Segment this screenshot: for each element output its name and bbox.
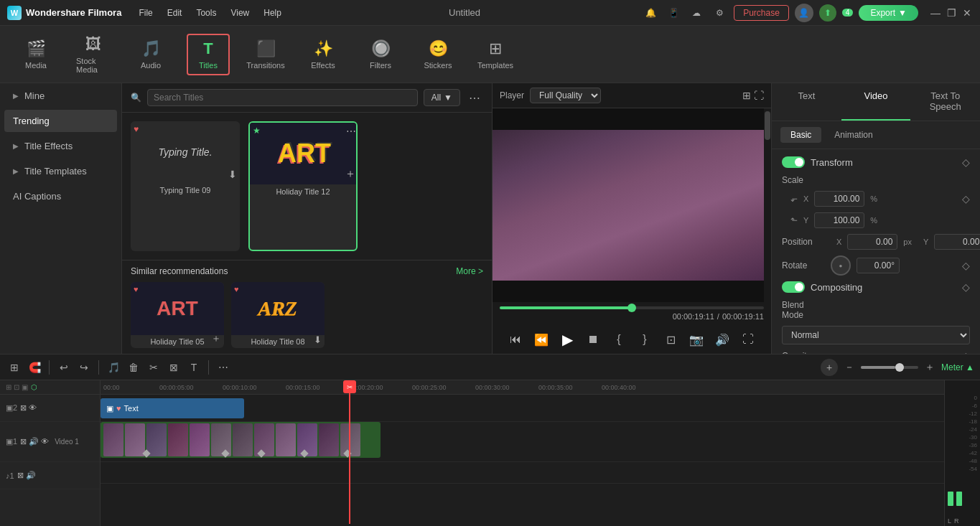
tool-audio[interactable]: 🎵 Audio xyxy=(129,35,172,74)
menu-file[interactable]: File xyxy=(133,5,158,21)
sub-tab-basic[interactable]: Basic xyxy=(780,127,821,143)
close-button[interactable]: ✕ xyxy=(961,7,973,19)
sidebar-item-title-templates[interactable]: ▶ Title Templates xyxy=(4,160,117,182)
tool-media[interactable]: 🎬 Media xyxy=(14,35,57,74)
export-button[interactable]: Export ▼ xyxy=(859,5,918,21)
audio-icon-2[interactable]: 🔊 xyxy=(26,471,36,480)
blend-mode-select[interactable]: Normal xyxy=(782,326,970,344)
transform-reset-icon[interactable]: ◇ xyxy=(962,156,970,168)
more-icon[interactable]: ⋯ xyxy=(346,126,356,137)
play-button[interactable]: ▶ xyxy=(557,329,577,349)
download-icon[interactable]: ⬇ xyxy=(228,169,237,180)
send-icon[interactable]: 🔔 xyxy=(642,4,659,22)
menu-view[interactable]: View xyxy=(225,5,255,21)
minimize-button[interactable]: — xyxy=(930,7,941,19)
rotate-input[interactable] xyxy=(857,258,900,273)
dl-icon-sm[interactable]: ⬇ xyxy=(314,334,322,345)
zoom-out-button[interactable]: － xyxy=(841,359,858,376)
tool-effects[interactable]: ✨ Effects xyxy=(302,35,345,74)
sub-tab-animation[interactable]: Animation xyxy=(824,127,882,143)
fullscreen-button[interactable]: ⛶ xyxy=(738,329,758,349)
filter-button[interactable]: All ▼ xyxy=(424,89,460,106)
similar-card-holiday-5[interactable]: ART ♥ ＋ Holiday Title 05 xyxy=(131,282,224,348)
timeline-content[interactable]: 00:00 00:00:05:00 00:00:10:00 00:00:15:0… xyxy=(101,380,944,526)
track-1-icon1[interactable]: ⊠ xyxy=(20,437,27,446)
menu-edit[interactable]: Edit xyxy=(162,5,188,21)
add-audio-button[interactable]: 🎵 xyxy=(105,359,122,376)
tool-templates[interactable]: ⊞ Templates xyxy=(474,35,517,74)
audio-button[interactable]: 🔊 xyxy=(712,329,732,349)
crop-button[interactable]: ⊠ xyxy=(165,359,182,376)
scale-y-input[interactable] xyxy=(814,212,864,228)
tab-text[interactable]: Text xyxy=(772,83,841,121)
preview-scrollbar[interactable] xyxy=(764,108,771,302)
redo-button[interactable]: ↪ xyxy=(75,359,93,376)
pos-x-input[interactable] xyxy=(847,234,897,250)
rotate-dial[interactable]: ● xyxy=(831,255,851,276)
track-2-lock[interactable]: 👁 xyxy=(29,403,37,413)
step-back-button[interactable]: ⏪ xyxy=(531,329,551,349)
add-icon-sm[interactable]: ＋ xyxy=(211,332,221,345)
more-options-button[interactable]: ⋯ xyxy=(466,91,483,105)
menu-tools[interactable]: Tools xyxy=(190,5,222,21)
scale-x-input[interactable] xyxy=(814,191,864,207)
menu-help[interactable]: Help xyxy=(258,5,287,21)
tool-stock-media[interactable]: 🖼 Stock Media xyxy=(72,31,115,78)
delete-button[interactable]: 🗑 xyxy=(125,359,142,376)
purchase-button[interactable]: Purchase xyxy=(734,5,789,21)
skip-back-button[interactable]: ⏮ xyxy=(505,329,526,349)
export-frame-button[interactable]: ⊡ xyxy=(661,329,681,349)
scale-x-reset[interactable]: ◇ xyxy=(962,193,970,205)
more-tl-button[interactable]: ⋯ xyxy=(215,359,232,376)
sidebar-item-ai-captions[interactable]: AI Captions xyxy=(4,185,117,207)
tool-stickers[interactable]: 😊 Stickers xyxy=(416,35,459,74)
cloud-icon[interactable]: ☁ xyxy=(688,4,705,22)
quality-select[interactable]: Full Quality xyxy=(530,88,601,103)
magnet-button[interactable]: 🧲 xyxy=(26,359,43,376)
undo-button[interactable]: ↩ xyxy=(55,359,73,376)
rotate-reset[interactable]: ◇ xyxy=(962,260,970,271)
mark-in-button[interactable]: { xyxy=(609,329,629,349)
transform-toggle[interactable] xyxy=(782,156,805,168)
expand-icon[interactable]: ⛶ xyxy=(754,90,764,101)
tab-text-to-speech[interactable]: Text To Speech xyxy=(910,83,980,121)
text-button[interactable]: T xyxy=(185,359,202,376)
mobile-icon[interactable]: 📱 xyxy=(665,4,682,22)
audio-icon-1[interactable]: ⊠ xyxy=(17,471,24,480)
track-1-icon2[interactable]: 🔊 xyxy=(29,437,39,446)
tool-titles[interactable]: T Titles xyxy=(187,34,230,75)
title-card-typing[interactable]: Typing Title. ♥ ⬇ Typing Title 09 xyxy=(131,121,240,251)
maximize-button[interactable]: ❐ xyxy=(946,7,957,19)
zoom-in-button[interactable]: ＋ xyxy=(921,359,938,376)
video-clip[interactable] xyxy=(101,422,381,458)
tab-video[interactable]: Video xyxy=(841,83,911,121)
mark-out-button[interactable]: } xyxy=(635,329,655,349)
search-input[interactable] xyxy=(147,89,418,106)
track-1-icon3[interactable]: 👁 xyxy=(41,437,49,446)
title-card-holiday-12[interactable]: ART ⋯ ★ ＋ Holiday Title 12 xyxy=(248,121,358,251)
sidebar-item-trending[interactable]: Trending xyxy=(4,110,117,132)
pos-y-input[interactable] xyxy=(934,234,980,250)
stop-button[interactable]: ⏹ xyxy=(583,329,603,349)
snapshot-button[interactable]: 📷 xyxy=(686,329,706,349)
text-clip[interactable]: ▣ ♥ Text xyxy=(101,398,244,418)
track-2-icon1[interactable]: ⊠ xyxy=(20,403,27,413)
similar-card-holiday-8[interactable]: ARZ ♥ ⬇ Holiday Title 08 xyxy=(231,282,325,348)
settings-icon[interactable]: ⚙ xyxy=(711,4,728,22)
compositing-reset-icon[interactable]: ◇ xyxy=(962,281,970,293)
add-track-button[interactable]: + xyxy=(821,359,838,376)
more-link[interactable]: More > xyxy=(456,266,483,276)
sidebar-item-mine[interactable]: ▶ Mine xyxy=(4,85,117,107)
compositing-toggle[interactable] xyxy=(782,281,805,293)
add-icon[interactable]: ＋ xyxy=(345,166,356,182)
update-icon[interactable]: ⬆ xyxy=(819,4,836,22)
track-layout-button[interactable]: ⊞ xyxy=(6,359,23,376)
tool-filters[interactable]: 🔘 Filters xyxy=(359,35,402,74)
zoom-slider[interactable] xyxy=(861,366,918,369)
meter-label[interactable]: Meter ▲ xyxy=(941,362,974,372)
tool-transitions[interactable]: ⬛ Transitions xyxy=(244,35,287,74)
sidebar-item-title-effects[interactable]: ▶ Title Effects xyxy=(4,135,117,157)
split-button[interactable]: ✂ xyxy=(145,359,162,376)
progress-bar[interactable] xyxy=(500,306,764,309)
grid-view-icon[interactable]: ⊞ xyxy=(742,90,751,101)
